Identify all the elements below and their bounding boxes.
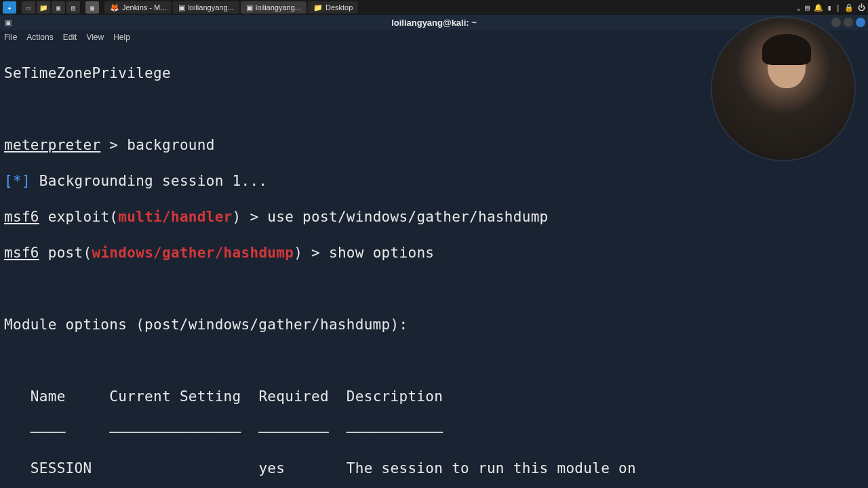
tray-battery-icon[interactable]: ▮	[827, 3, 832, 12]
menu-actions[interactable]: Actions	[26, 33, 53, 42]
window-titlebar: ▣ loiliangyang@kali: ~	[0, 15, 868, 30]
menu-edit[interactable]: Edit	[63, 33, 77, 42]
window-maximize-button[interactable]	[844, 18, 853, 27]
folder-icon: 📁	[313, 3, 323, 12]
menu-file[interactable]: File	[4, 33, 17, 42]
tab-label: Desktop	[326, 3, 353, 12]
taskbar-tab-desktop[interactable]: 📁 Desktop	[308, 1, 358, 14]
webcam-overlay	[712, 18, 854, 160]
kali-menu-icon[interactable]: ✦	[3, 1, 16, 14]
tray-chevron-icon[interactable]: ⌄	[797, 3, 802, 12]
window-title: loiliangyang@kali: ~	[391, 18, 477, 28]
taskbar-tab-terminal-2[interactable]: ▣ loiliangyang...	[241, 1, 307, 14]
tab-label: loiliangyang...	[256, 3, 301, 12]
tab-label: loiliangyang...	[188, 3, 233, 12]
terminal-line: [*] Backgrounding session 1...	[4, 172, 864, 190]
window-minimize-button[interactable]	[831, 18, 841, 27]
tab-label: Jenkins - M...	[122, 3, 166, 12]
tray-notification-icon[interactable]: 🔔	[814, 3, 823, 12]
taskbar-app-icon[interactable]: ▭	[22, 1, 35, 14]
tray-power-icon[interactable]: ⏻	[858, 3, 865, 12]
tray-network-icon[interactable]: ▤	[805, 3, 810, 12]
terminal-line: msf6 post(windows/gather/hashdump) > sho…	[4, 244, 864, 262]
taskbar-tray: ⌄ ▤ 🔔 ▮ | 🔒 ⏻	[797, 3, 866, 12]
terminal-line: Module options (post/windows/gather/hash…	[4, 316, 864, 334]
taskbar-tab-jenkins[interactable]: 🦊 Jenkins - M...	[104, 1, 172, 14]
taskbar-terminal-icon[interactable]: ▣	[52, 1, 65, 14]
terminal-icon: ▣	[178, 3, 185, 12]
tray-sep: |	[835, 3, 840, 12]
menu-help[interactable]: Help	[113, 33, 130, 42]
window-controls	[831, 18, 865, 27]
menu-view[interactable]: View	[86, 33, 104, 42]
tray-lock-icon[interactable]: 🔒	[844, 3, 854, 12]
window-close-button[interactable]	[856, 18, 865, 27]
options-divider: ──── ─────────────── ──────── ──────────…	[4, 424, 864, 442]
taskbar-active-terminal-icon[interactable]: ▣	[85, 1, 99, 14]
window-app-icon: ▣	[3, 17, 14, 28]
firefox-icon: 🦊	[110, 3, 119, 12]
options-row: SESSION yes The session to run this modu…	[4, 460, 864, 478]
taskbar-files-icon[interactable]: 📁	[37, 1, 50, 14]
terminal-icon: ▣	[246, 3, 253, 12]
terminal-line: msf6 exploit(multi/handler) > use post/w…	[4, 208, 864, 226]
options-header: Name Current Setting Required Descriptio…	[4, 388, 864, 406]
taskbar-editor-icon[interactable]: ▤	[66, 1, 80, 14]
taskbar: ✦ ▭ 📁 ▣ ▤ ▣ 🦊 Jenkins - M... ▣ loiliangy…	[0, 0, 868, 15]
taskbar-tab-terminal-1[interactable]: ▣ loiliangyang...	[173, 1, 239, 14]
